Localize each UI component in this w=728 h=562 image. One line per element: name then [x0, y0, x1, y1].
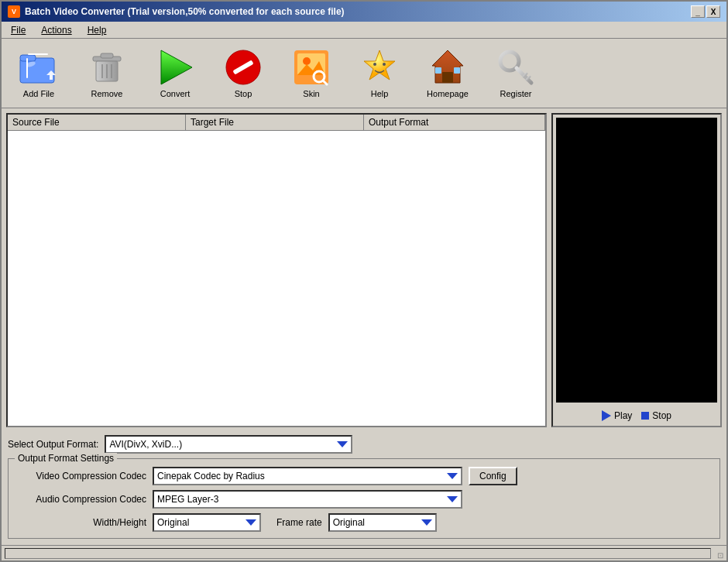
settings-legend: Output Format Settings [15, 453, 117, 464]
play-label: Play [614, 410, 632, 421]
column-target: Target File [186, 115, 364, 130]
title-bar: V Batch Video Converter (Trial version,5… [2, 2, 726, 22]
config-button[interactable]: Config [469, 467, 517, 485]
stop-button[interactable]: Stop [212, 43, 274, 102]
svg-rect-5 [28, 53, 48, 55]
file-list-section: Source File Target File Output Format [6, 113, 547, 427]
register-label: Register [500, 89, 532, 98]
status-panel [5, 548, 711, 559]
stop-red-icon [223, 47, 263, 87]
preview-controls: Play Stop [553, 406, 720, 426]
svg-rect-2 [20, 58, 54, 83]
audio-codec-select[interactable]: MPEG Layer-3 [153, 490, 462, 509]
file-list-body[interactable] [8, 131, 545, 426]
menu-bar: File Actions Help [2, 22, 726, 39]
remove-button[interactable]: Remove [76, 43, 138, 102]
svg-rect-28 [435, 67, 441, 74]
video-codec-arrow-icon [447, 473, 458, 479]
column-source: Source File [8, 115, 186, 130]
app-icon: V [8, 5, 20, 18]
audio-codec-label: Audio Compression Codec [15, 494, 146, 505]
svg-point-25 [383, 63, 386, 66]
title-buttons: _ X [691, 5, 720, 18]
svg-rect-27 [442, 72, 453, 83]
video-codec-value: Cinepak Codec by Radius [157, 471, 265, 481]
menu-help[interactable]: Help [81, 23, 113, 37]
main-content: Source File Target File Output Format Pl… [2, 108, 726, 432]
frame-rate-select[interactable]: Original [328, 513, 437, 532]
register-button[interactable]: Register [485, 43, 547, 102]
convert-label: Convert [160, 89, 191, 98]
skin-palette-icon [291, 47, 331, 87]
width-height-frame-row: Width/Height Original Frame rate Origina… [15, 513, 713, 532]
minimize-button[interactable]: _ [691, 5, 705, 18]
resize-grip[interactable]: ⊡ [711, 547, 723, 560]
audio-codec-value: MPEG Layer-3 [157, 494, 218, 505]
trash-icon [87, 47, 127, 87]
svg-rect-4 [26, 58, 28, 78]
help-label: Help [371, 89, 389, 98]
help-star-icon [359, 47, 400, 87]
svg-marker-23 [364, 50, 395, 80]
homepage-button[interactable]: Homepage [417, 43, 479, 102]
skin-button[interactable]: Skin [280, 43, 342, 102]
output-format-label: Select Output Format: [8, 439, 98, 450]
column-format: Output Format [364, 115, 545, 130]
output-format-row: Select Output Format: AVI(DivX, XviD...) [8, 435, 720, 454]
preview-video [556, 118, 717, 403]
audio-codec-arrow-icon [447, 496, 458, 502]
frame-rate-arrow-icon [421, 519, 432, 526]
key-icon [496, 47, 536, 87]
svg-rect-29 [454, 67, 460, 74]
close-button[interactable]: X [706, 5, 720, 18]
home-icon [428, 47, 468, 87]
frame-rate-value: Original [333, 517, 365, 528]
add-file-label: Add File [23, 89, 54, 98]
preview-stop-button[interactable]: Stop [641, 410, 671, 421]
width-height-label: Width/Height [15, 517, 146, 528]
width-height-arrow-icon [246, 519, 256, 526]
status-bar: ⊡ [2, 545, 726, 560]
add-file-button[interactable]: Add File [8, 43, 70, 102]
svg-rect-9 [101, 53, 113, 58]
file-list-header: Source File Target File Output Format [8, 115, 545, 131]
bottom-section: Select Output Format: AVI(DivX, XviD...)… [2, 432, 726, 545]
svg-point-19 [303, 57, 311, 65]
output-format-value: AVI(DivX, XviD...) [109, 439, 182, 450]
folder-add-icon [19, 47, 59, 87]
stop-preview-label: Stop [652, 410, 671, 421]
preview-play-button[interactable]: Play [602, 410, 632, 421]
skin-label: Skin [303, 89, 319, 98]
remove-label: Remove [91, 89, 123, 98]
help-button[interactable]: Help [349, 43, 410, 102]
settings-group: Output Format Settings Video Compression… [8, 458, 720, 539]
svg-text:V: V [12, 8, 16, 15]
stop-square-icon [641, 412, 649, 420]
output-format-select[interactable]: AVI(DivX, XviD...) [105, 435, 352, 454]
menu-actions[interactable]: Actions [35, 23, 77, 37]
convert-button[interactable]: Convert [144, 43, 206, 102]
preview-section: Play Stop [551, 113, 722, 427]
svg-marker-14 [161, 50, 192, 84]
video-codec-row: Video Compression Codec Cinepak Codec by… [15, 467, 713, 485]
video-codec-label: Video Compression Codec [15, 471, 146, 481]
menu-file[interactable]: File [5, 23, 32, 37]
play-triangle-icon [602, 410, 611, 421]
window-title: Batch Video Converter (Trial version,50%… [25, 6, 345, 17]
frame-rate-label: Frame rate [276, 517, 322, 528]
main-window: V Batch Video Converter (Trial version,5… [0, 0, 728, 562]
preview-panel: Play Stop [551, 113, 722, 427]
audio-codec-row: Audio Compression Codec MPEG Layer-3 [15, 490, 713, 509]
width-height-select[interactable]: Original [153, 513, 261, 532]
homepage-label: Homepage [427, 89, 469, 98]
title-bar-left: V Batch Video Converter (Trial version,5… [8, 5, 345, 18]
video-codec-select[interactable]: Cinepak Codec by Radius [153, 467, 462, 485]
width-height-value: Original [157, 517, 189, 528]
output-format-arrow-icon [337, 441, 348, 447]
play-green-icon [155, 47, 195, 87]
svg-point-24 [373, 63, 376, 66]
stop-label: Stop [235, 89, 252, 98]
toolbar: Add File [2, 39, 726, 108]
